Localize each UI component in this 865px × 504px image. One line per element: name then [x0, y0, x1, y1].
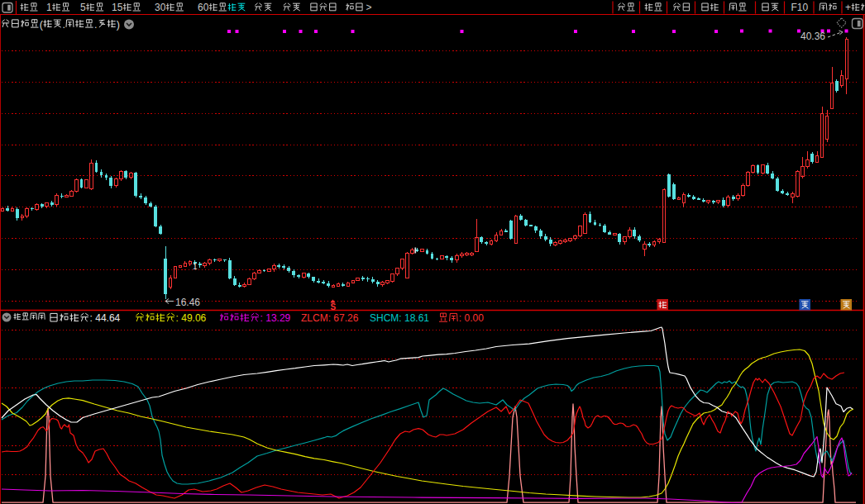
svg-text:16.46: 16.46 — [175, 297, 200, 308]
svg-text:): ) — [117, 19, 120, 31]
svg-text:: 13.29: : 13.29 — [260, 312, 291, 324]
svg-text:: 49.06: : 49.06 — [176, 312, 207, 324]
svg-text:: 0.00: : 0.00 — [459, 312, 484, 324]
svg-text:1: 1 — [46, 2, 52, 13]
svg-text:: 44.64: : 44.64 — [90, 312, 121, 324]
svg-text:S: S — [331, 302, 337, 311]
svg-text:.: . — [94, 19, 97, 31]
svg-text:.: . — [62, 19, 65, 31]
svg-text:5: 5 — [80, 2, 86, 13]
svg-text:15: 15 — [112, 2, 123, 13]
svg-text:1: 1 — [193, 262, 198, 271]
svg-text:30: 30 — [155, 2, 166, 13]
svg-text:ZLCM: 67.26: ZLCM: 67.26 — [301, 312, 359, 324]
svg-text:40.36: 40.36 — [800, 31, 825, 42]
svg-text:60: 60 — [198, 2, 209, 13]
svg-text:SHCM: 18.61: SHCM: 18.61 — [370, 312, 429, 324]
svg-text:F10: F10 — [791, 2, 809, 13]
svg-text:+: + — [845, 2, 851, 13]
svg-text:>: > — [366, 2, 372, 13]
